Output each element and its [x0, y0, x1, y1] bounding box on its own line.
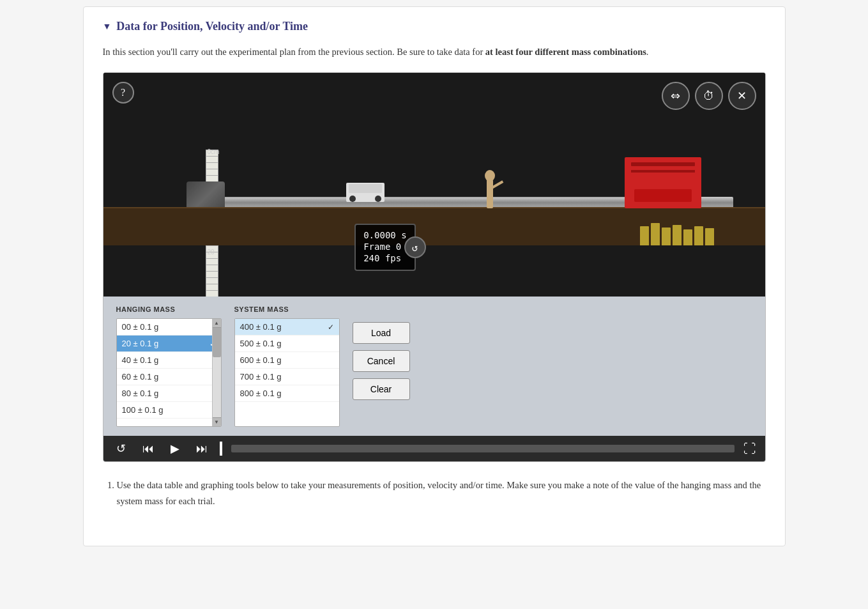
weight-7 [705, 228, 714, 245]
system-mass-item-2[interactable]: 600 ± 0.1 g [235, 352, 339, 369]
red-toolbox [625, 157, 701, 208]
frame-marker [220, 442, 222, 456]
chevron-icon[interactable]: ▼ [103, 22, 112, 32]
help-button[interactable]: ? [112, 82, 134, 104]
figure [480, 164, 499, 208]
controls-panel: HANGING MASS 00 ± 0.1 g 20 ± 0.1 g ✓ 40 … [103, 297, 765, 436]
timer-time: 0.0000 s [363, 230, 406, 240]
timer-overlay: 0.0000 s Frame 0 240 fps ↺ [354, 224, 415, 271]
timer-frame: Frame 0 [363, 242, 406, 252]
video-area: 0cm 10 20 [103, 73, 765, 297]
timer-reset-button[interactable]: ↺ [404, 236, 426, 258]
weight-5 [683, 229, 692, 245]
system-mass-column: SYSTEM MASS 400 ± 0.1 g ✓ 500 ± 0.1 g 60… [234, 305, 340, 427]
hanging-mass-label: HANGING MASS [116, 305, 222, 313]
playback-bar: ↺ ⏮ ▶ ⏭ ⛶ [103, 436, 765, 461]
cancel-button[interactable]: Cancel [353, 350, 410, 372]
system-mass-item-3[interactable]: 700 ± 0.1 g [235, 369, 339, 385]
clear-button[interactable]: Clear [353, 378, 410, 400]
weight-2 [651, 223, 660, 245]
measure-icon: ⇔ [671, 89, 680, 103]
hanging-mass-item-3[interactable]: 60 ± 0.1 g [117, 369, 221, 385]
system-mass-item-4[interactable]: 800 ± 0.1 g [235, 385, 339, 402]
load-button[interactable]: Load [353, 322, 410, 344]
weight-4 [673, 225, 681, 245]
hanging-mass-item-5[interactable]: 100 ± 0.1 g [117, 402, 221, 419]
desc-part2: . [646, 47, 649, 57]
hanging-mass-item-2[interactable]: 40 ± 0.1 g [117, 352, 221, 369]
ruler-label-zero: 0cm [208, 148, 220, 155]
hanging-mass-item-4[interactable]: 80 ± 0.1 g [117, 385, 221, 402]
weights [640, 223, 714, 245]
hanging-mass-list[interactable]: 00 ± 0.1 g 20 ± 0.1 g ✓ 40 ± 0.1 g 60 ± … [116, 318, 222, 427]
instruction-item-1: Use the data table and graphing tools be… [117, 477, 766, 509]
expand-button[interactable]: ⛶ [743, 442, 756, 456]
hanging-mass-scrollbar[interactable]: ▲ ▼ [212, 319, 221, 426]
desc-part1: In this section you'll carry out the exp… [103, 47, 485, 57]
timer-fps: 240 fps [363, 253, 406, 263]
hanging-mass-item-0[interactable]: 00 ± 0.1 g [117, 319, 221, 335]
section-description: In this section you'll carry out the exp… [103, 45, 766, 59]
simulation-container: 0cm 10 20 [103, 72, 766, 462]
desc-bold: at least four different mass combination… [485, 47, 646, 57]
timer-icon: ⏱ [703, 89, 715, 103]
page-wrapper: ▼ Data for Position, Velocity and/or Tim… [83, 6, 786, 546]
go-to-start-button[interactable]: ⏮ [139, 440, 157, 458]
instructions: Use the data table and graphing tools be… [103, 462, 766, 520]
cart [346, 183, 385, 202]
timer-button[interactable]: ⏱ [695, 82, 723, 110]
weight-3 [662, 227, 671, 245]
rewind-button[interactable]: ↺ [112, 440, 130, 458]
hanging-mass-item-1[interactable]: 20 ± 0.1 g ✓ [117, 335, 221, 352]
system-mass-label: SYSTEM MASS [234, 305, 340, 313]
action-buttons: Load Cancel Clear [353, 305, 410, 400]
close-button[interactable]: ✕ [728, 82, 756, 110]
hanging-mass-column: HANGING MASS 00 ± 0.1 g 20 ± 0.1 g ✓ 40 … [116, 305, 222, 427]
progress-bar[interactable] [231, 445, 735, 452]
measure-button[interactable]: ⇔ [662, 82, 690, 110]
figure-body [487, 180, 493, 208]
string-line [225, 197, 637, 197]
go-to-end-button[interactable]: ⏭ [193, 440, 211, 458]
system-mass-item-0[interactable]: 400 ± 0.1 g ✓ [235, 319, 339, 335]
ruler-label-twenty: 20 [208, 249, 215, 256]
section-title: Data for Position, Velocity and/or Time [116, 20, 308, 33]
system-mass-list[interactable]: 400 ± 0.1 g ✓ 500 ± 0.1 g 600 ± 0.1 g 70… [234, 318, 340, 427]
weight-6 [694, 226, 703, 245]
top-right-controls: ⇔ ⏱ ✕ [662, 82, 756, 110]
weight-1 [640, 226, 649, 245]
play-button[interactable]: ▶ [166, 440, 184, 458]
close-icon: ✕ [737, 89, 747, 103]
system-mass-item-1[interactable]: 500 ± 0.1 g [235, 335, 339, 352]
section-header: ▼ Data for Position, Velocity and/or Tim… [103, 20, 766, 33]
help-icon: ? [121, 87, 125, 98]
check-icon-sys-0: ✓ [328, 323, 334, 332]
